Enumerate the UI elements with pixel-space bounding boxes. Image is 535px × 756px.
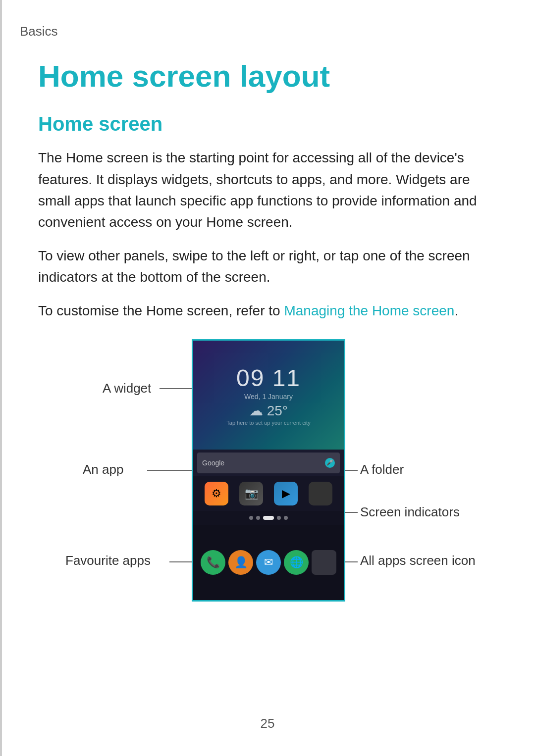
widget-date: Wed, 1 January	[244, 393, 293, 401]
search-bar: Google 🎤	[197, 453, 340, 473]
contacts-fav-icon: 👤	[228, 550, 253, 575]
settings-app-icon: ⚙	[205, 482, 228, 505]
paragraph3: To customise the Home screen, refer to M…	[38, 300, 497, 321]
widget-time: 09 11	[236, 364, 301, 392]
phone-screen: 09 11 Wed, 1 January ☁ 25° Tap here to s…	[192, 339, 345, 602]
page-number: 25	[261, 716, 275, 731]
widget-subtitle: Tap here to set up your current city	[226, 420, 310, 426]
search-bar-label: Google	[202, 459, 321, 467]
page: Basics Home screen layout Home screen Th…	[0, 0, 535, 756]
page-title: Home screen layout	[38, 59, 497, 93]
indicator-2	[256, 516, 260, 520]
search-mic-icon: 🎤	[325, 458, 335, 468]
an-app-label-svg: An app	[83, 462, 123, 477]
a-folder-label-svg: A folder	[360, 462, 404, 477]
breadcrumb-bar	[0, 0, 2, 756]
paragraph3-prefix: To customise the Home screen, refer to	[38, 303, 284, 318]
widget-area: 09 11 Wed, 1 January ☁ 25° Tap here to s…	[193, 341, 344, 450]
camera-app-icon: 📷	[239, 482, 263, 505]
play-app-icon: ▶	[274, 482, 298, 505]
indicator-5	[284, 516, 288, 520]
fav-row: 📞 👤 ✉ 🌐	[193, 525, 344, 600]
paragraph1: The Home screen is the starting point fo…	[38, 147, 497, 233]
indicator-1	[249, 516, 253, 520]
phone-fav-icon: 📞	[201, 550, 225, 575]
email-fav-icon: ✉	[256, 550, 281, 575]
all-apps-icon	[312, 550, 336, 575]
app-row: ⚙ 📷 ▶	[193, 476, 344, 511]
diagram-container: 09 11 Wed, 1 January ☁ 25° Tap here to s…	[38, 339, 497, 626]
indicator-4	[277, 516, 281, 520]
folder-icon	[309, 482, 332, 505]
widget-weather: ☁ 25°	[249, 403, 288, 419]
managing-home-screen-link[interactable]: Managing the Home screen	[284, 303, 454, 318]
paragraph2: To view other panels, swipe to the left …	[38, 245, 497, 288]
all-apps-label-svg: All apps screen icon	[360, 553, 476, 568]
paragraph3-suffix: .	[454, 303, 458, 318]
indicators-row	[193, 511, 344, 525]
screen-indicators-label-svg: Screen indicators	[360, 504, 460, 519]
section-title: Home screen	[38, 113, 497, 135]
indicator-3-active	[263, 516, 274, 520]
breadcrumb-label: Basics	[20, 24, 58, 39]
fav-apps-label-svg: Favourite apps	[65, 553, 151, 568]
browser-fav-icon: 🌐	[284, 550, 309, 575]
widget-label-svg: A widget	[103, 381, 152, 396]
